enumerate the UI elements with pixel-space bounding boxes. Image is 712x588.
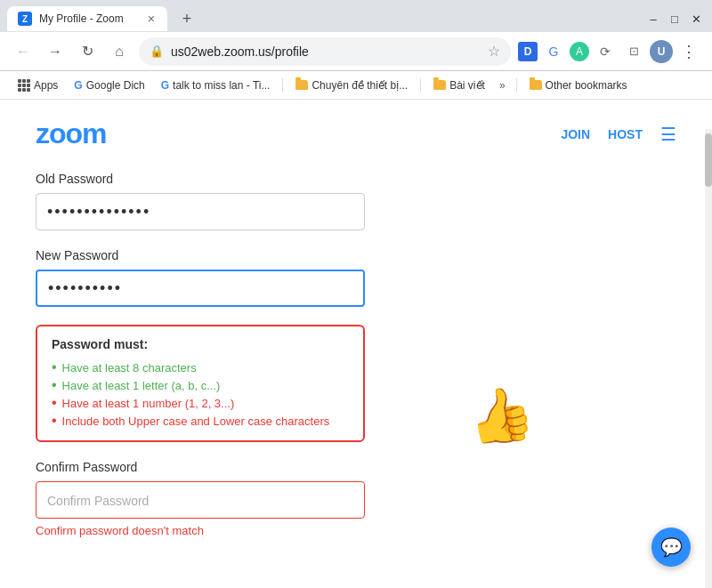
scrollbar[interactable] [705, 129, 712, 588]
tab-favicon: Z [18, 12, 32, 26]
req-item-8chars: Have at least 8 characters [52, 358, 349, 376]
bookmark-google-dich-label: Google Dich [86, 79, 145, 92]
req-item-case: Include both Upper case and Lower case c… [52, 412, 349, 430]
bookmark-apps[interactable]: Apps [11, 77, 65, 94]
new-password-input[interactable] [36, 270, 365, 307]
forward-button[interactable]: → [43, 39, 68, 64]
bookmark-separator2 [420, 78, 421, 93]
title-bar: Z My Profile - Zoom × + – □ ✕ [0, 0, 712, 32]
toolbar-icons: D G A ⟳ ⊡ U ⋮ [518, 39, 701, 64]
old-password-group: Old Password [36, 172, 676, 230]
zoom-nav: JOIN HOST ☰ [561, 124, 676, 145]
back-button[interactable]: ← [11, 39, 36, 64]
extensions-icon[interactable]: D [518, 42, 538, 61]
req-item-letter: Have at least 1 letter (a, b, c...) [52, 376, 349, 394]
more-bookmarks-btn[interactable]: » [494, 77, 511, 94]
bookmark-other-label: Other bookmarks [546, 79, 627, 92]
apps-grid-icon [18, 79, 30, 92]
scrollbar-thumb[interactable] [705, 133, 712, 187]
bookmark-chuyen[interactable]: Chuyên đề thiết bị... [288, 77, 415, 94]
tab-title: My Profile - Zoom [39, 12, 139, 25]
window-controls: – □ ✕ [644, 10, 705, 28]
other-folder-icon [530, 80, 542, 90]
bookmark-star-icon[interactable]: ☆ [488, 43, 500, 60]
reload-button[interactable]: ↻ [75, 39, 100, 64]
minimize-button[interactable]: – [644, 10, 662, 28]
confirm-password-input[interactable] [36, 481, 365, 519]
bookmark-talk-label: talk to miss lan - Ti... [173, 79, 270, 92]
bookmark-separator [282, 78, 283, 93]
bookmark-talk[interactable]: G talk to miss lan - Ti... [154, 77, 278, 94]
bookmark-bai-viet-label: Bài viết [449, 79, 485, 92]
chat-icon: 💬 [660, 536, 683, 558]
confirm-password-group: Confirm Password Confirm password doesn'… [36, 460, 676, 537]
translate-icon[interactable]: G [541, 39, 566, 64]
bookmark-separator3 [516, 78, 517, 93]
new-password-group: New Password [36, 248, 676, 307]
zoom-join-link[interactable]: JOIN [561, 127, 590, 141]
bookmark-google-dich[interactable]: G Google Dich [67, 77, 151, 94]
home-button[interactable]: ⌂ [107, 39, 132, 64]
req-item-number: Have at least 1 number (1, 2, 3...) [52, 394, 349, 412]
active-tab[interactable]: Z My Profile - Zoom × [7, 6, 167, 31]
thumbs-up-emoji: 👍 [462, 379, 538, 453]
sync-icon[interactable]: ⟳ [593, 39, 618, 64]
new-tab-button[interactable]: + [174, 6, 199, 31]
bookmark-other[interactable]: Other bookmarks [522, 77, 635, 94]
confirm-password-label: Confirm Password [36, 460, 676, 474]
bookmark-bai-viet[interactable]: Bài viết [426, 77, 492, 94]
bookmark-apps-label: Apps [34, 79, 58, 92]
old-password-input[interactable] [36, 193, 365, 230]
url-bar[interactable]: 🔒 us02web.zoom.us/profile ☆ [139, 37, 511, 66]
confirm-password-error: Confirm password doesn't match [36, 524, 676, 537]
close-window-button[interactable]: ✕ [687, 10, 705, 28]
folder-icon2 [433, 80, 446, 90]
chat-button[interactable]: 💬 [651, 528, 691, 567]
bookmarks-bar: Apps G Google Dich G talk to miss lan - … [0, 71, 712, 100]
account-icon[interactable]: A [570, 42, 589, 61]
bookmark-chuyen-label: Chuyên đề thiết bị... [312, 79, 408, 92]
zoom-hamburger-icon[interactable]: ☰ [660, 124, 676, 145]
zoom-host-link[interactable]: HOST [608, 127, 643, 141]
menu-icon[interactable]: ⋮ [676, 39, 701, 64]
maximize-button[interactable]: □ [666, 10, 684, 28]
address-bar: ← → ↻ ⌂ 🔒 us02web.zoom.us/profile ☆ D G … [0, 32, 712, 71]
profile-avatar[interactable]: U [650, 40, 673, 63]
page-content: zoom JOIN HOST ☰ Old Password New Passwo… [0, 100, 712, 559]
zoom-logo: zoom [36, 117, 107, 150]
requirements-list: Have at least 8 characters Have at least… [52, 358, 349, 430]
tab-close-btn[interactable]: × [146, 10, 157, 28]
new-password-label: New Password [36, 248, 676, 262]
password-requirements-box: Password must: Have at least 8 character… [36, 325, 365, 442]
cast-icon[interactable]: ⊡ [621, 39, 646, 64]
url-text: us02web.zoom.us/profile [171, 44, 481, 59]
zoom-header: zoom JOIN HOST ☰ [36, 117, 676, 150]
lock-icon: 🔒 [150, 44, 164, 58]
google-dich-icon: G [74, 79, 82, 92]
google-icon: G [161, 79, 169, 92]
requirements-title: Password must: [52, 337, 349, 351]
old-password-label: Old Password [36, 172, 676, 186]
folder-icon [295, 80, 308, 90]
